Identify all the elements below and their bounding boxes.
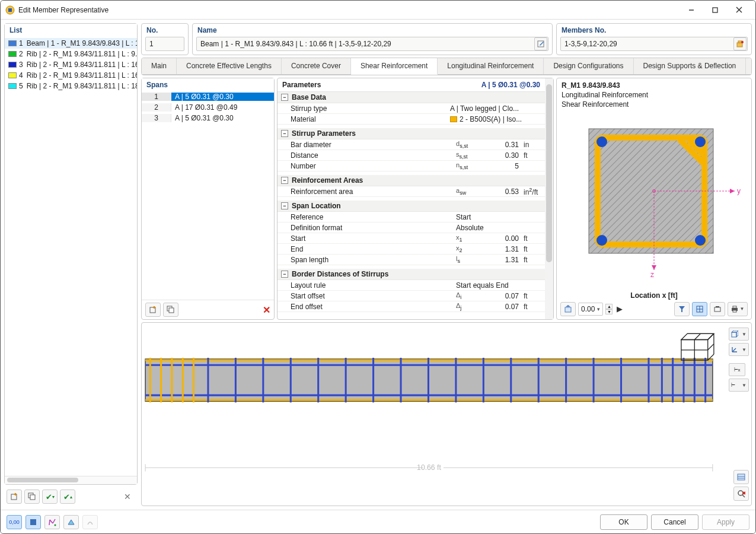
span-label: A | 17 Ø0.31 @0.49 xyxy=(171,103,274,112)
param-row[interactable]: Distancess,st0.30ft xyxy=(277,150,545,161)
lv-label-x-btn[interactable]: ⊢x xyxy=(729,363,745,376)
param-row[interactable]: Definition formatAbsolute xyxy=(277,223,545,233)
members-label: Members No. xyxy=(557,24,751,34)
view-3-btn[interactable] xyxy=(63,515,79,529)
view-2-btn[interactable] xyxy=(44,515,60,529)
group-collapse-icon[interactable]: − xyxy=(281,271,288,278)
units-btn[interactable]: 0,00 xyxy=(7,515,22,529)
member-list-item[interactable]: 1Beam | 1 - R_M1 9.843/9.843 | L : 10.66 xyxy=(5,38,137,49)
name-edit-icon[interactable] xyxy=(534,37,547,50)
list-hscrollbar[interactable] xyxy=(5,476,137,484)
param-row[interactable]: Endx21.31ft xyxy=(277,244,545,255)
maximize-button[interactable] xyxy=(703,2,727,18)
member-list-item[interactable]: 3Rib | 2 - R_M1 9.843/11.811 | L : 16.40 xyxy=(5,59,137,70)
longitudinal-view[interactable]: 10.66 ft ▼ ▼ ⊢x ⊢▼ xyxy=(141,322,752,506)
member-list-item[interactable]: 4Rib | 2 - R_M1 9.843/11.811 | L : 16.40 xyxy=(5,70,137,81)
svg-point-25 xyxy=(695,136,706,147)
param-row[interactable]: Bar diameterds,st0.31in xyxy=(277,139,545,150)
param-row[interactable]: Layout ruleStart equals End xyxy=(277,280,545,291)
tab-main[interactable]: Main xyxy=(142,58,177,74)
sv-line1: R_M1 9.843/9.843 xyxy=(562,81,747,90)
lv-label-opts-btn[interactable]: ⊢▼ xyxy=(729,379,749,392)
svg-line-90 xyxy=(708,344,714,350)
param-group-header[interactable]: −Span Location xyxy=(277,201,545,212)
top-fields: No. 1 Name Beam | 1 - R_M1 9.843/9.843 |… xyxy=(141,23,752,55)
list-new-btn[interactable] xyxy=(7,490,22,504)
lv-view-cube-btn[interactable]: ▼ xyxy=(729,328,749,341)
param-row[interactable]: Reinforcement areaasw0.53in2/ft xyxy=(277,186,545,197)
color-swatch xyxy=(8,83,17,89)
svg-rect-41 xyxy=(714,307,720,312)
sv-filter-icon[interactable] xyxy=(674,302,690,316)
param-group-header[interactable]: −Stirrup Parameters xyxy=(277,128,545,139)
sv-settings-icon[interactable] xyxy=(710,302,725,316)
apply-button[interactable]: Apply xyxy=(702,514,749,530)
lv-zoom-reset-btn[interactable] xyxy=(733,487,749,501)
parameters-vscrollbar[interactable] xyxy=(545,78,553,319)
param-symbol: ls xyxy=(456,255,480,264)
param-row[interactable]: Numberns,st5 xyxy=(277,161,545,171)
span-row[interactable]: 1A | 5 Ø0.31 @0.30 xyxy=(142,91,274,102)
sv-location-stepper[interactable]: ▲▼ xyxy=(605,304,613,314)
view-1-btn[interactable] xyxy=(25,515,41,529)
minimize-button[interactable] xyxy=(680,2,703,18)
param-group-header[interactable]: −Reinforcement Areas xyxy=(277,175,545,186)
member-list[interactable]: 1Beam | 1 - R_M1 9.843/9.843 | L : 10.66… xyxy=(5,37,137,475)
section-view-canvas[interactable]: y z xyxy=(557,111,751,289)
members-pick-icon[interactable] xyxy=(733,37,747,50)
name-label: Name xyxy=(193,24,552,34)
param-name: Stirrup type xyxy=(291,104,450,113)
tab-concrete-effective-lengths[interactable]: Concrete Effective Lengths xyxy=(177,58,282,74)
group-title: Stirrup Parameters xyxy=(292,129,356,138)
group-collapse-icon[interactable]: − xyxy=(281,130,288,137)
group-collapse-icon[interactable]: − xyxy=(281,177,288,184)
span-row[interactable]: 3A | 5 Ø0.31 @0.30 xyxy=(142,113,274,123)
view-4-btn[interactable] xyxy=(82,515,98,529)
sv-location-input[interactable]: 0.00▾ xyxy=(578,303,603,316)
svg-point-27 xyxy=(695,235,706,246)
member-list-item[interactable]: 2Rib | 2 - R_M1 9.843/11.811 | L : 9.84 xyxy=(5,49,137,59)
param-name: Reference xyxy=(291,213,432,221)
sv-print-icon[interactable]: ▼ xyxy=(728,302,748,316)
group-collapse-icon[interactable]: − xyxy=(281,94,288,101)
parameters-body[interactable]: −Base DataStirrup typeA | Two legged | C… xyxy=(277,92,553,319)
no-input[interactable]: 1 xyxy=(145,37,184,51)
span-copy-btn[interactable] xyxy=(163,303,178,317)
parameters-header-left: Parameters xyxy=(282,81,321,89)
section-view-info: R_M1 9.843/9.843 Longitudinal Reinforcem… xyxy=(557,78,751,111)
tab-design-configurations[interactable]: Design Configurations xyxy=(544,58,633,74)
param-row[interactable]: Startx10.00ft xyxy=(277,233,545,244)
span-delete-btn[interactable]: ✕ xyxy=(263,304,270,316)
sv-location-play[interactable]: ▶ xyxy=(615,302,624,316)
tab-shear-reinforcement[interactable]: Shear Reinforcement xyxy=(351,58,438,75)
list-copy-btn[interactable] xyxy=(24,490,40,504)
close-button[interactable] xyxy=(727,2,751,18)
tab-design-supports-deflection[interactable]: Design Supports & Deflection xyxy=(634,58,747,74)
list-delete-btn[interactable]: ✕ xyxy=(120,490,135,504)
tab-concrete-cover[interactable]: Concrete Cover xyxy=(282,58,351,74)
param-row[interactable]: Span lengthls1.31ft xyxy=(277,255,545,265)
list-check2-btn[interactable]: ✔▴ xyxy=(60,490,75,504)
lv-list-btn[interactable] xyxy=(733,470,749,484)
param-group-header[interactable]: −Border Distances of Stirrups xyxy=(277,269,545,280)
sv-insert-icon[interactable] xyxy=(560,302,576,316)
param-row[interactable]: Start offsetΔi0.07ft xyxy=(277,291,545,301)
param-row[interactable]: ReferenceStart xyxy=(277,212,545,223)
members-input[interactable]: 1-3,5-9,12-20,29 xyxy=(560,37,748,51)
sv-values-icon[interactable] xyxy=(692,302,707,316)
param-row[interactable]: Material2 - B500S(A) | Iso... xyxy=(277,114,545,125)
param-row[interactable]: Stirrup typeA | Two legged | Clo... xyxy=(277,103,545,114)
tab-longitudinal-reinforcement[interactable]: Longitudinal Reinforcement xyxy=(438,58,544,74)
span-add-btn[interactable] xyxy=(145,303,161,317)
list-check1-btn[interactable]: ✔▾ xyxy=(42,490,58,504)
param-group-header[interactable]: −Base Data xyxy=(277,92,545,103)
member-list-item[interactable]: 5Rib | 2 - R_M1 9.843/11.811 | L : 18.04 xyxy=(5,81,137,91)
lv-axes-btn[interactable]: ▼ xyxy=(729,343,749,356)
param-row[interactable]: End offsetΔj0.07ft xyxy=(277,301,545,312)
span-row[interactable]: 2A | 17 Ø0.31 @0.49 xyxy=(142,102,274,113)
cancel-button[interactable]: Cancel xyxy=(651,514,698,530)
ok-button[interactable]: OK xyxy=(600,514,647,530)
spans-list[interactable]: 1A | 5 Ø0.31 @0.302A | 17 Ø0.31 @0.493A … xyxy=(142,91,274,300)
group-collapse-icon[interactable]: − xyxy=(281,202,288,209)
name-input[interactable]: Beam | 1 - R_M1 9.843/9.843 | L : 10.66 … xyxy=(196,37,548,51)
